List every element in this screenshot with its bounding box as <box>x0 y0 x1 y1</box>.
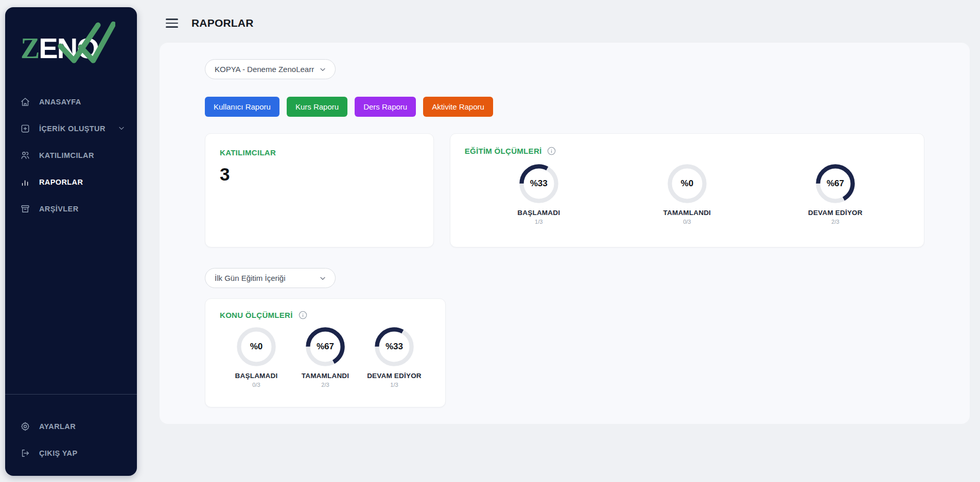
sidebar-item-label: KATILIMCILAR <box>39 151 94 159</box>
training-card-header: EĞİTİM ÖLÇÜMLERİ <box>465 146 909 156</box>
topic-card-header: KONU ÖLÇÜMLERİ <box>220 310 431 320</box>
donut-devam-ediyor: %67 DEVAM EDİYOR 2/3 <box>797 164 874 225</box>
kurs-raporu-button[interactable]: Kurs Raporu <box>287 97 347 117</box>
topic-donut-row: %0 BAŞLAMADI 0/3 %67 TAMA <box>220 327 431 388</box>
donut-chart: %0 <box>668 164 707 203</box>
donut-fraction: 2/3 <box>831 219 839 225</box>
gear-icon <box>20 421 31 432</box>
training-donut-row: %33 BAŞLAMADI 1/3 %0 <box>465 164 909 225</box>
topic-card-title: KONU ÖLÇÜMLERİ <box>220 311 293 319</box>
sidebar-item-icerik-olustur[interactable]: İÇERİK OLUŞTUR <box>5 115 137 142</box>
chevron-down-icon <box>319 65 327 74</box>
aktivite-raporu-button[interactable]: Aktivite Raporu <box>423 97 493 117</box>
donut-chart: %33 <box>375 327 414 366</box>
sidebar-divider <box>5 394 137 395</box>
page-header: RAPORLAR <box>166 13 970 33</box>
bar-chart-icon <box>20 176 31 188</box>
chevron-down-icon <box>319 274 327 282</box>
donut-label: DEVAM EDİYOR <box>808 209 863 217</box>
donut-fraction: 1/3 <box>535 219 542 225</box>
sidebar-item-cikis-yap[interactable]: ÇIKIŞ YAP <box>5 440 137 467</box>
sidebar-item-ayarlar[interactable]: AYARLAR <box>5 413 137 440</box>
sidebar-item-arsivler[interactable]: ARŞİVLER <box>5 195 137 222</box>
logout-icon <box>20 448 31 459</box>
metrics-cards-row: KATILIMCILAR 3 EĞİTİM ÖLÇÜMLERİ <box>205 133 924 247</box>
sidebar-nav: ANASAYFA İÇERİK OLUŞTUR KATILIMCILAR <box>5 88 137 222</box>
sidebar-footer-nav: AYARLAR ÇIKIŞ YAP <box>5 413 137 467</box>
donut-devam-ediyor: %33 DEVAM EDİYOR 1/3 <box>360 327 429 388</box>
donut-fraction: 0/3 <box>252 382 260 388</box>
page-title: RAPORLAR <box>191 17 254 29</box>
sidebar-item-label: ANASAYFA <box>39 98 81 106</box>
donut-label: DEVAM EDİYOR <box>367 372 422 380</box>
donut-label: TAMAMLANDI <box>302 372 349 380</box>
donut-baslamadi: %0 BAŞLAMADI 0/3 <box>222 327 291 388</box>
participants-card: KATILIMCILAR 3 <box>205 133 434 247</box>
donut-chart: %33 <box>519 164 558 203</box>
chevron-down-icon <box>117 124 126 134</box>
sidebar-item-katilimcilar[interactable]: KATILIMCILAR <box>5 142 137 169</box>
sidebar-spacer <box>5 222 137 394</box>
course-select-value: KOPYA - Deneme ZenoLearr <box>215 65 314 74</box>
plus-square-icon <box>20 123 31 134</box>
donut-fraction: 1/3 <box>390 382 398 388</box>
main-content: RAPORLAR KOPYA - Deneme ZenoLearr Kullan… <box>137 0 980 482</box>
donut-tamamlandi: %0 TAMAMLANDI 0/3 <box>649 164 726 225</box>
info-icon[interactable] <box>298 310 308 320</box>
sidebar-item-label: RAPORLAR <box>39 178 83 186</box>
topic-select[interactable]: İlk Gün Eğitim İçeriği <box>205 268 336 288</box>
participants-card-title: KATILIMCILAR <box>220 148 419 157</box>
archive-icon <box>20 203 31 215</box>
donut-chart: %67 <box>306 327 345 366</box>
logo-letter-z: Z <box>21 32 39 64</box>
donut-fraction: 2/3 <box>321 382 329 388</box>
donut-label: TAMAMLANDI <box>663 209 711 217</box>
report-buttons-row: Kullanıcı Raporu Kurs Raporu Ders Raporu… <box>205 97 924 117</box>
donut-fraction: 0/3 <box>683 219 691 225</box>
hamburger-menu-icon[interactable] <box>166 19 178 28</box>
donut-percent: %67 <box>306 327 345 366</box>
info-icon[interactable] <box>547 146 556 156</box>
sidebar-item-label: ÇIKIŞ YAP <box>39 449 78 457</box>
donut-baslamadi: %33 BAŞLAMADI 1/3 <box>500 164 577 225</box>
sidebar-item-label: AYARLAR <box>39 422 76 431</box>
donut-chart: %0 <box>237 327 276 366</box>
donut-percent: %33 <box>375 327 414 366</box>
donut-label: BAŞLAMADI <box>517 209 560 217</box>
donut-percent: %67 <box>816 164 855 203</box>
participants-count: 3 <box>220 164 419 185</box>
topic-metrics-card: KONU ÖLÇÜMLERİ %0 BA <box>205 298 446 407</box>
sidebar-item-raporlar[interactable]: RAPORLAR <box>5 169 137 195</box>
training-metrics-card: EĞİTİM ÖLÇÜMLERİ %33 <box>450 133 924 247</box>
home-icon <box>20 96 31 108</box>
course-select[interactable]: KOPYA - Deneme ZenoLearr <box>205 59 336 79</box>
donut-percent: %33 <box>519 164 558 203</box>
ders-raporu-button[interactable]: Ders Raporu <box>355 97 416 117</box>
training-card-title: EĞİTİM ÖLÇÜMLERİ <box>465 147 542 155</box>
sidebar-item-anasayfa[interactable]: ANASAYFA <box>5 88 137 115</box>
donut-tamamlandi: %67 TAMAMLANDI 2/3 <box>291 327 360 388</box>
sidebar-item-label: İÇERİK OLUŞTUR <box>39 124 106 133</box>
app-root: ZENO ANASAYFA İÇERİK OLUŞTUR <box>0 0 980 482</box>
donut-percent: %0 <box>668 164 707 203</box>
sidebar: ZENO ANASAYFA İÇERİK OLUŞTUR <box>5 7 137 476</box>
donut-chart: %67 <box>816 164 855 203</box>
sidebar-item-label: ARŞİVLER <box>39 205 79 213</box>
reports-panel: KOPYA - Deneme ZenoLearr Kullanıcı Rapor… <box>160 43 970 424</box>
topic-select-value: İlk Gün Eğitim İçeriği <box>215 274 286 282</box>
double-checkmark-icon <box>58 20 115 69</box>
zeno-logo: ZENO <box>21 27 118 70</box>
donut-percent: %0 <box>237 327 276 366</box>
users-icon <box>20 150 31 161</box>
kullanici-raporu-button[interactable]: Kullanıcı Raporu <box>205 97 279 117</box>
donut-label: BAŞLAMADI <box>235 372 278 380</box>
